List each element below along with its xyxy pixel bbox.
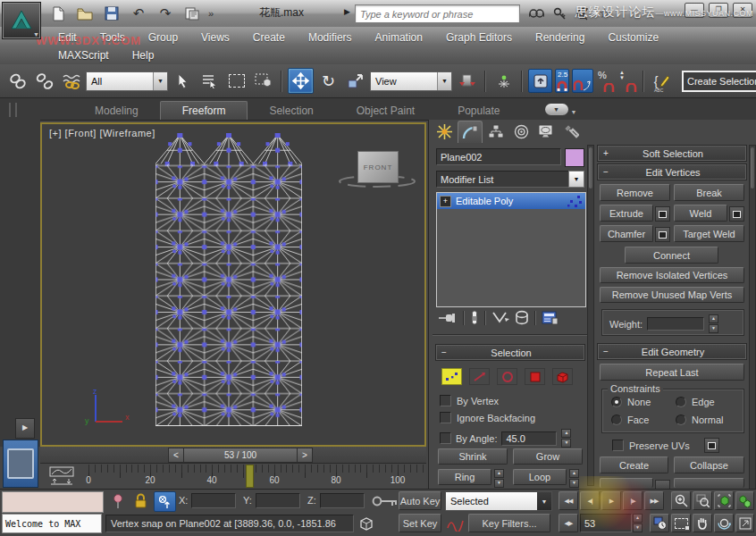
preserve-uvs-checkbox[interactable] bbox=[612, 440, 624, 451]
title-flyout-icon[interactable]: ▶ bbox=[344, 7, 350, 16]
play-button[interactable]: ▶ bbox=[601, 491, 621, 510]
auto-key-button[interactable]: Auto Key bbox=[399, 491, 441, 510]
ring-button[interactable]: Ring bbox=[438, 469, 491, 485]
viewport-layout-tab[interactable] bbox=[3, 440, 38, 488]
region-select-button[interactable] bbox=[671, 514, 691, 532]
menu-edit[interactable]: Edit bbox=[46, 29, 88, 46]
select-by-name-icon[interactable] bbox=[197, 69, 222, 93]
maximize-viewport-toggle[interactable] bbox=[735, 514, 754, 532]
subscription-key-icon[interactable] bbox=[553, 7, 567, 21]
configure-modifier-sets-icon[interactable] bbox=[542, 311, 559, 325]
edit-geometry-rollout-header[interactable]: −Edit Geometry bbox=[598, 344, 746, 359]
new-file-button[interactable] bbox=[46, 3, 70, 24]
qat-overflow-icon[interactable]: » bbox=[208, 8, 214, 19]
weld-button[interactable]: Weld bbox=[674, 205, 727, 222]
close-button[interactable]: ✕ bbox=[733, 3, 752, 18]
extrude-settings-icon[interactable] bbox=[655, 206, 670, 222]
snaps-toggle-icon[interactable]: 2.5 bbox=[555, 69, 569, 93]
left-column-scrollbar[interactable] bbox=[587, 145, 594, 486]
motion-tab-icon[interactable] bbox=[509, 121, 533, 142]
object-color-swatch[interactable] bbox=[565, 148, 584, 167]
window-crossing-icon[interactable] bbox=[251, 69, 275, 93]
menu-graph-editors[interactable]: Graph Editors bbox=[434, 29, 524, 46]
maximize-button[interactable]: ❐ bbox=[709, 3, 728, 18]
use-pivot-point-icon[interactable] bbox=[455, 69, 479, 93]
go-to-end-button[interactable]: ▶▶ bbox=[644, 491, 664, 510]
help-search-input[interactable] bbox=[356, 6, 519, 23]
menu-create[interactable]: Create bbox=[241, 29, 297, 46]
ribbon-tab-object-paint[interactable]: Object Paint bbox=[335, 102, 436, 120]
by-angle-checkbox[interactable] bbox=[440, 432, 451, 444]
loop-button[interactable]: Loop bbox=[513, 469, 567, 485]
weight-field[interactable] bbox=[647, 317, 704, 331]
select-object-icon[interactable] bbox=[171, 69, 195, 93]
communication-center-icon[interactable] bbox=[575, 7, 590, 21]
menu-tools[interactable]: Tools bbox=[88, 29, 137, 46]
project-folder-button[interactable] bbox=[181, 3, 204, 24]
viewcube[interactable]: FRONT bbox=[357, 151, 399, 183]
create-tab-icon[interactable] bbox=[433, 121, 456, 142]
object-name-input[interactable] bbox=[441, 152, 557, 163]
ribbon-minimize-arrow-icon[interactable]: ▼ bbox=[571, 109, 577, 115]
set-keys-curve-icon[interactable] bbox=[446, 515, 465, 532]
rectangular-selection-region-icon[interactable] bbox=[224, 69, 248, 93]
weld-settings-icon[interactable] bbox=[729, 206, 744, 222]
menu-views[interactable]: Views bbox=[189, 29, 241, 46]
repeat-last-button[interactable]: Repeat Last bbox=[600, 364, 744, 381]
grow-button[interactable]: Grow bbox=[513, 448, 583, 465]
keyboard-shortcut-override-icon[interactable] bbox=[528, 69, 552, 93]
frame-spinner[interactable]: ▲▼ bbox=[633, 514, 643, 532]
current-frame-field[interactable]: 53 bbox=[580, 514, 632, 532]
ribbon-minimize-icon[interactable]: ▼ bbox=[545, 104, 568, 115]
selection-filter-dropdown[interactable]: All▼ bbox=[86, 71, 168, 91]
help-search-box[interactable] bbox=[355, 4, 520, 23]
menu-maxscript[interactable]: MAXScript bbox=[46, 47, 121, 63]
selection-rollout-header[interactable]: −Selection bbox=[436, 345, 584, 360]
pan-view-button[interactable] bbox=[693, 514, 712, 532]
search-icon[interactable] bbox=[529, 7, 544, 20]
constraint-none-radio[interactable] bbox=[611, 397, 622, 407]
zoom-extents-all-button[interactable] bbox=[735, 491, 754, 510]
ribbon-grip[interactable] bbox=[9, 103, 17, 117]
element-subobject-button[interactable] bbox=[552, 368, 573, 385]
mini-curve-editor-icon[interactable] bbox=[49, 466, 74, 486]
utilities-tab-icon[interactable] bbox=[559, 121, 583, 142]
display-tab-icon[interactable] bbox=[534, 121, 558, 142]
front-viewport[interactable]: [+] [Front] [Wireframe] bbox=[40, 122, 426, 447]
unlink-selection-icon[interactable] bbox=[32, 69, 56, 93]
set-key-button[interactable]: Set Key bbox=[399, 514, 441, 532]
previous-frame-button[interactable]: ◀| bbox=[580, 491, 600, 510]
time-configuration-button[interactable] bbox=[650, 514, 669, 532]
maxscript-mini-listener-pink[interactable] bbox=[2, 491, 104, 513]
loop-spinner[interactable]: ▲▼ bbox=[569, 469, 579, 488]
dropdown-arrow-icon[interactable]: ▼ bbox=[568, 171, 584, 188]
next-frame-arrow[interactable]: > bbox=[297, 448, 313, 463]
expand-icon[interactable]: + bbox=[440, 196, 451, 207]
constraint-face-radio[interactable] bbox=[611, 415, 622, 425]
ring-spinner[interactable]: ▲▼ bbox=[494, 469, 504, 488]
menu-group[interactable]: Group bbox=[137, 29, 189, 46]
remove-unused-map-verts-button[interactable]: Remove Unused Map Verts bbox=[600, 287, 744, 303]
by-angle-input[interactable] bbox=[506, 433, 552, 444]
select-and-link-icon[interactable] bbox=[5, 69, 29, 93]
zoom-all-button[interactable] bbox=[693, 491, 712, 510]
by-angle-field[interactable] bbox=[501, 431, 557, 446]
target-weld-button[interactable]: Target Weld bbox=[674, 225, 744, 242]
menu-modifiers[interactable]: Modifiers bbox=[297, 29, 364, 46]
clipped-button-right[interactable] bbox=[674, 478, 744, 488]
orbit-button[interactable] bbox=[714, 514, 734, 532]
viewcube-front-face[interactable]: FRONT bbox=[364, 163, 393, 172]
current-frame-marker[interactable] bbox=[246, 465, 254, 488]
modify-tab-icon[interactable] bbox=[458, 121, 483, 143]
go-to-start-button[interactable]: ◀◀ bbox=[559, 491, 578, 510]
select-and-manipulate-icon[interactable] bbox=[491, 69, 516, 93]
remove-modifier-icon[interactable] bbox=[515, 310, 529, 325]
edge-subobject-button[interactable] bbox=[469, 368, 490, 385]
key-filters-button[interactable]: Key Filters... bbox=[468, 514, 550, 532]
pin-stack-icon[interactable] bbox=[438, 311, 458, 325]
ribbon-tab-populate[interactable]: Populate bbox=[436, 102, 521, 120]
named-selection-field[interactable]: Create Selection bbox=[682, 71, 756, 92]
time-slider-button[interactable]: 53 / 100 bbox=[183, 448, 298, 463]
spinner-snap-icon[interactable]: ▲▼ bbox=[617, 69, 637, 93]
angle-snap-icon[interactable] bbox=[572, 69, 593, 93]
